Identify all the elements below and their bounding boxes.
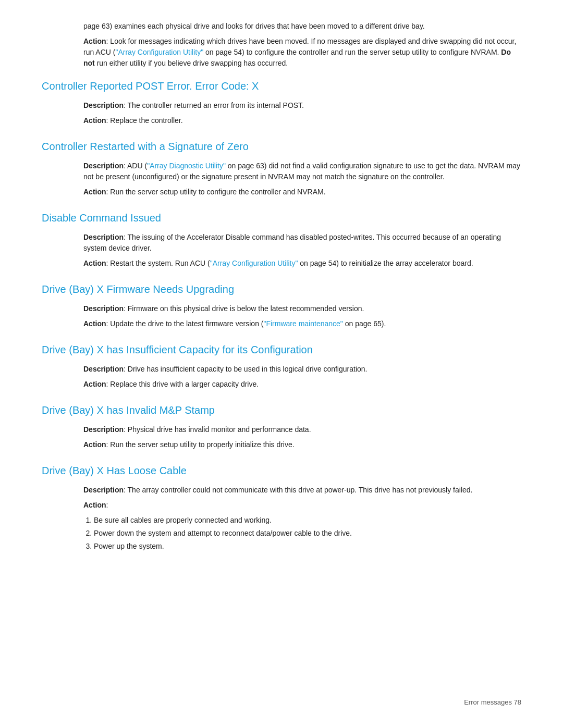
- restarted-action-text: : Run the server setup utility to config…: [106, 188, 326, 196]
- list-item: Power down the system and attempt to rec…: [94, 528, 521, 539]
- section-body-invalid-stamp: Description: Physical drive has invalid …: [42, 424, 521, 450]
- post-error-action-text: : Replace the controller.: [106, 116, 183, 125]
- cable-action-colon: :: [106, 501, 108, 509]
- adu-link[interactable]: "Array Diagnostic Utility": [147, 162, 226, 170]
- section-heading-loose-cable: Drive (Bay) X Has Loose Cable: [42, 463, 521, 478]
- cable-action-list: Be sure all cables are properly connecte…: [94, 515, 521, 552]
- section-heading-disable-command: Disable Command Issued: [42, 210, 521, 226]
- capacity-action-label: Action: [83, 380, 106, 388]
- section-heading-insufficient-capacity: Drive (Bay) X has Insufficient Capacity …: [42, 342, 521, 357]
- capacity-action-text: : Replace this drive with a larger capac…: [106, 380, 259, 388]
- stamp-action: Action: Run the server setup utility to …: [83, 439, 521, 450]
- restarted-description: Description: ADU ("Array Diagnostic Util…: [83, 161, 521, 182]
- section-body-controller-restarted: Description: ADU ("Array Diagnostic Util…: [42, 161, 521, 198]
- post-error-action-label: Action: [83, 116, 106, 125]
- firmware-maintenance-link[interactable]: "Firmware maintenance": [263, 319, 342, 328]
- stamp-desc-text: : Physical drive has invalid monitor and…: [124, 425, 311, 434]
- stamp-action-label: Action: [83, 440, 106, 449]
- section-heading-invalid-stamp: Drive (Bay) X has Invalid M&P Stamp: [42, 402, 521, 418]
- cable-list-item-2: Power down the system and attempt to rec…: [94, 529, 352, 537]
- cable-action-label-para: Action:: [83, 500, 521, 511]
- intro-para2: Action: Look for messages indicating whi…: [83, 36, 521, 69]
- page-footer: Error messages 78: [464, 697, 521, 708]
- list-item: Be sure all cables are properly connecte…: [94, 515, 521, 526]
- section-firmware-upgrading: Drive (Bay) X Firmware Needs Upgrading D…: [42, 281, 521, 329]
- stamp-desc-label: Description: [83, 425, 124, 434]
- section-controller-post-error: Controller Reported POST Error. Error Co…: [42, 78, 521, 126]
- disable-action-text: : Restart the system. Run ACU ("Array Co…: [106, 259, 473, 267]
- intro-para1: page 63) examines each physical drive an…: [83, 21, 521, 32]
- section-controller-restarted: Controller Restarted with a Signature of…: [42, 139, 521, 198]
- intro-link[interactable]: "Array Configuration Utility": [115, 48, 203, 56]
- section-heading-firmware-upgrading: Drive (Bay) X Firmware Needs Upgrading: [42, 281, 521, 297]
- cable-desc-label: Description: [83, 486, 124, 494]
- capacity-desc-label: Description: [83, 365, 124, 373]
- section-invalid-stamp: Drive (Bay) X has Invalid M&P Stamp Desc…: [42, 402, 521, 450]
- footer-text: Error messages 78: [464, 698, 521, 706]
- cable-action-label: Action: [83, 501, 106, 509]
- post-error-desc-label: Description: [83, 101, 124, 109]
- restarted-action: Action: Run the server setup utility to …: [83, 187, 521, 198]
- section-body-firmware-upgrading: Description: Firmware on this physical d…: [42, 303, 521, 329]
- firmware-desc-text: : Firmware on this physical drive is bel…: [124, 304, 364, 313]
- cable-desc-text: : The array controller could not communi…: [124, 486, 472, 494]
- section-body-controller-post-error: Description: The controller returned an …: [42, 100, 521, 126]
- section-insufficient-capacity: Drive (Bay) X has Insufficient Capacity …: [42, 342, 521, 390]
- intro-block: page 63) examines each physical drive an…: [42, 21, 521, 69]
- post-error-desc-text: : The controller returned an error from …: [124, 101, 304, 109]
- firmware-description: Description: Firmware on this physical d…: [83, 303, 521, 314]
- intro-action-body: : Look for messages indicating which dri…: [83, 37, 516, 67]
- intro-text1: page 63) examines each physical drive an…: [83, 22, 425, 30]
- post-error-description: Description: The controller returned an …: [83, 100, 521, 111]
- restarted-desc-label: Description: [83, 162, 124, 170]
- cable-list-item-3: Power up the system.: [94, 542, 164, 550]
- section-body-disable-command: Description: The issuing of the Accelera…: [42, 232, 521, 269]
- restarted-desc-text: : ADU ("Array Diagnostic Utility" on pag…: [83, 162, 520, 181]
- list-item: Power up the system.: [94, 541, 521, 552]
- section-loose-cable: Drive (Bay) X Has Loose Cable Descriptio…: [42, 463, 521, 552]
- stamp-action-text: : Run the server setup utility to proper…: [106, 440, 295, 449]
- section-disable-command: Disable Command Issued Description: The …: [42, 210, 521, 269]
- disable-desc-text: : The issuing of the Accelerator Disable…: [83, 233, 501, 252]
- disable-action: Action: Restart the system. Run ACU ("Ar…: [83, 258, 521, 269]
- cable-description: Description: The array controller could …: [83, 485, 521, 496]
- cable-list-item-1: Be sure all cables are properly connecte…: [94, 516, 272, 524]
- disable-action-label: Action: [83, 259, 106, 267]
- disable-description: Description: The issuing of the Accelera…: [83, 232, 521, 254]
- firmware-desc-label: Description: [83, 304, 124, 313]
- restarted-action-label: Action: [83, 188, 106, 196]
- firmware-action: Action: Update the drive to the latest f…: [83, 318, 521, 329]
- post-error-action: Action: Replace the controller.: [83, 115, 521, 126]
- page-content: page 63) examines each physical drive an…: [42, 21, 521, 552]
- stamp-description: Description: Physical drive has invalid …: [83, 424, 521, 435]
- firmware-action-text: : Update the drive to the latest firmwar…: [106, 319, 386, 328]
- acu-link-disable[interactable]: "Array Configuration Utility": [210, 259, 298, 267]
- section-heading-controller-restarted: Controller Restarted with a Signature of…: [42, 139, 521, 154]
- capacity-action: Action: Replace this drive with a larger…: [83, 379, 521, 390]
- section-body-insufficient-capacity: Description: Drive has insufficient capa…: [42, 364, 521, 390]
- intro-action-label: Action: [83, 37, 106, 45]
- section-body-loose-cable: Description: The array controller could …: [42, 485, 521, 552]
- firmware-action-label: Action: [83, 319, 106, 328]
- capacity-description: Description: Drive has insufficient capa…: [83, 364, 521, 375]
- section-heading-controller-post-error: Controller Reported POST Error. Error Co…: [42, 78, 521, 94]
- capacity-desc-text: : Drive has insufficient capacity to be …: [124, 365, 367, 373]
- disable-desc-label: Description: [83, 233, 124, 241]
